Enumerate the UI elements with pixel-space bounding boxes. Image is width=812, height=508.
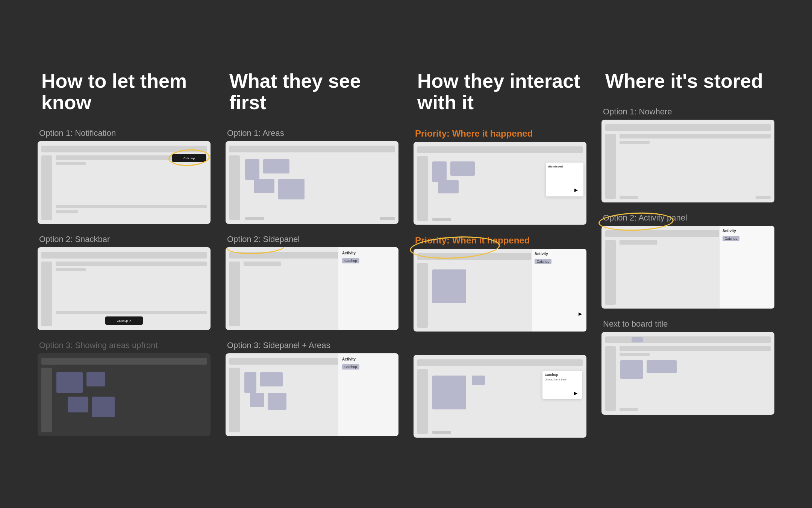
card-1-1: Catchup xyxy=(38,141,211,224)
col4-title: Where it's stored xyxy=(601,70,774,92)
card-2-2-label: Option 2: Sidepanel xyxy=(226,234,398,244)
card-1-2-wrapper: Option 2: Snackbar Catchup ✕ xyxy=(38,234,211,330)
card-3-1-wrapper: Priority: Where it happened dismissed ··… xyxy=(414,128,586,225)
card-4-2: Activity Catchup xyxy=(601,226,774,309)
col2-rows: Option 1: Areas Option 2 xyxy=(226,128,398,436)
card-1-3-wrapper: Option 3: Showing areas upfront xyxy=(38,341,211,436)
card-4-2-label: Option 2: Activity panel xyxy=(601,213,774,223)
main-container: How to let them know Option 1: Notificat… xyxy=(30,48,782,460)
card-2-3-wrapper: Option 3: Sidepanel + Areas Activity Cat… xyxy=(226,341,398,436)
card-4-3-wrapper: Next to board title xyxy=(601,319,774,415)
card-4-1-label: Option 1: Nowhere xyxy=(601,107,774,117)
main-grid: How to let them know Option 1: Notificat… xyxy=(38,70,774,438)
col1-rows: Option 1: Notification Catchup xyxy=(38,128,211,436)
card-4-3-label: Next to board title xyxy=(601,319,774,329)
card-4-1 xyxy=(601,120,774,202)
col2-header: What they see first Option 1: Areas xyxy=(226,70,398,438)
card-4-3 xyxy=(601,332,774,415)
card-1-1-label: Option 1: Notification xyxy=(38,128,211,138)
col2-title: What they see first xyxy=(226,70,398,113)
col3-title: How they interact with it xyxy=(414,70,586,113)
col1-header: How to let them know Option 1: Notificat… xyxy=(38,70,211,438)
card-3-1: dismissed ··· ▶ xyxy=(414,142,586,225)
card-1-1-wrapper: Option 1: Notification Catchup xyxy=(38,128,211,224)
card-2-1-label: Option 1: Areas xyxy=(226,128,398,138)
card-3-2-wrapper: Priority: When it happened Activity Catc… xyxy=(414,235,586,332)
card-2-3: Activity Catchup xyxy=(226,353,398,436)
card-3-2: Activity Catchup ▶ xyxy=(414,249,586,332)
col1-title: How to let them know xyxy=(38,70,211,113)
card-2-1 xyxy=(226,141,398,224)
card-4-1-wrapper: Option 1: Nowhere xyxy=(601,107,774,202)
card-4-2-wrapper: Option 2: Activity panel Activity Catchu… xyxy=(601,213,774,309)
col4-header: Where it's stored Option 1: Nowhere xyxy=(601,70,774,438)
card-3-1-label: Priority: Where it happened xyxy=(414,128,586,139)
card-2-2-wrapper: Option 2: Sidepanel Activity Catchup xyxy=(226,234,398,330)
card-2-2: Activity Catchup xyxy=(226,247,398,330)
col3-header: How they interact with it Priority: Wher… xyxy=(414,70,586,438)
card-1-2: Catchup ✕ xyxy=(38,247,211,330)
col4-rows: Option 1: Nowhere Option 2: Activity pan… xyxy=(601,107,774,415)
card-3-3-wrapper: placeholder Catchup Unread items here ▶ xyxy=(414,342,586,438)
card-3-2-label: Priority: When it happened xyxy=(414,235,586,246)
card-2-3-label: Option 3: Sidepanel + Areas xyxy=(226,341,398,350)
col3-rows: Priority: Where it happened dismissed ··… xyxy=(414,128,586,438)
card-1-2-label: Option 2: Snackbar xyxy=(38,234,211,244)
card-2-1-wrapper: Option 1: Areas xyxy=(226,128,398,224)
card-1-3 xyxy=(38,353,211,436)
card-1-3-label: Option 3: Showing areas upfront xyxy=(38,341,211,350)
card-3-3: Catchup Unread items here ▶ xyxy=(414,355,586,438)
